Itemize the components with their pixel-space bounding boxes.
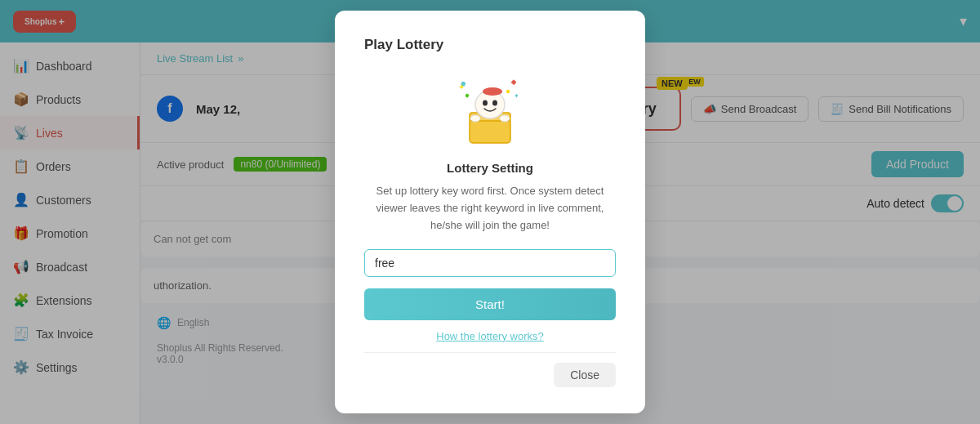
svg-rect-6 — [485, 88, 500, 95]
start-button[interactable]: Start! — [364, 288, 616, 320]
lottery-illustration: ✦ ✦ — [449, 69, 531, 151]
svg-rect-8 — [511, 79, 517, 85]
close-button[interactable]: Close — [554, 363, 616, 387]
svg-point-14 — [500, 115, 510, 122]
modal-overlay[interactable]: Play Lottery — [0, 0, 980, 424]
svg-point-13 — [470, 115, 480, 122]
lottery-setting-title: Lottery Setting — [364, 161, 616, 175]
lottery-description: Set up lottery key word first. Once syst… — [364, 183, 616, 234]
svg-rect-0 — [470, 118, 510, 143]
svg-text:✦: ✦ — [458, 83, 465, 91]
svg-point-3 — [483, 100, 488, 106]
svg-text:✦: ✦ — [514, 92, 519, 100]
modal-footer: Close — [364, 352, 616, 387]
svg-rect-9 — [506, 90, 510, 94]
lottery-keyword-input[interactable] — [364, 249, 616, 277]
modal-title: Play Lottery — [364, 37, 616, 53]
how-lottery-works-link[interactable]: How the lottery works? — [364, 330, 616, 342]
svg-point-4 — [492, 100, 497, 106]
lottery-modal: Play Lottery — [335, 11, 645, 413]
svg-rect-10 — [465, 94, 469, 98]
